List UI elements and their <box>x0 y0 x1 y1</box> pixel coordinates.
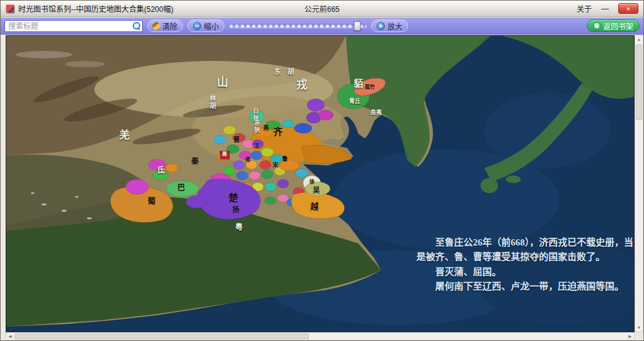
japan-shikoku <box>506 175 521 183</box>
scroll-up-icon[interactable]: ▲ <box>635 36 643 43</box>
back-arrow-icon <box>593 22 601 30</box>
horizontal-scroll-thumb[interactable] <box>14 333 309 339</box>
minimize-button[interactable]: — <box>598 6 612 12</box>
scroll-left-icon[interactable]: ◀ <box>6 333 14 340</box>
zoom-in-button[interactable]: + 放大 <box>371 19 408 32</box>
app-icon <box>6 4 14 13</box>
region-ba <box>166 180 199 197</box>
minus-circle-icon: − <box>193 22 201 30</box>
zoom-slider[interactable] <box>230 21 367 31</box>
broom-icon <box>152 21 161 30</box>
annotation-line: 晋灭蒲、屈国。 <box>416 265 634 279</box>
annotation-line: 至鲁庄公26年（前668），济西戎已不载史册，当是被齐、鲁、曹等遭受其掠夺的国家… <box>416 235 634 265</box>
window-title: 时光图书馆系列--中国历史地图大合集(5200幅) <box>18 3 174 14</box>
title-bar: 时光图书馆系列--中国历史地图大合集(5200幅) 公元前665 关于 — × <box>1 1 643 17</box>
about-button[interactable]: 关于 <box>577 3 592 14</box>
vertical-scroll-thumb[interactable] <box>636 45 642 120</box>
zoom-out-button-label: 缩小 <box>204 21 219 31</box>
zoom-in-button-label: 放大 <box>387 21 402 31</box>
map-annotation: 至鲁庄公26年（前668），济西戎已不载史册，当是被齐、鲁、曹等遭受其掠夺的国家… <box>416 235 634 294</box>
scroll-right-icon[interactable]: ▶ <box>626 333 634 340</box>
map-viewport[interactable]: 东胡山戎貊孤竹林胡白狄赤狄青丘良夷羌氐燕齐鲁晋卫郑宋徐周秦蜀巴楚扬粤越吴 至鲁庄… <box>6 35 635 332</box>
japan-kyushu <box>480 178 498 193</box>
clear-button[interactable]: 清除 <box>147 19 183 32</box>
period-title: 公元前665 <box>304 3 340 14</box>
horizontal-scrollbar[interactable]: ◀ ▶ <box>6 332 635 340</box>
scroll-down-icon[interactable]: ▼ <box>635 324 643 332</box>
zoom-slider-thumb[interactable] <box>353 21 360 31</box>
zoom-slider-track[interactable] <box>230 24 367 28</box>
back-to-shelf-button[interactable]: 返回书架 <box>587 19 640 32</box>
clear-button-label: 清除 <box>162 21 177 31</box>
search-box <box>4 20 143 32</box>
plus-circle-icon: + <box>377 22 385 30</box>
search-input[interactable] <box>4 20 143 32</box>
search-icon[interactable] <box>133 22 140 30</box>
region-wu <box>305 181 330 195</box>
app-window: 时光图书馆系列--中国历史地图大合集(5200幅) 公元前665 关于 — × … <box>0 0 644 341</box>
back-to-shelf-label: 返回书架 <box>603 21 633 31</box>
region-zhou <box>220 151 230 159</box>
zoom-out-button[interactable]: − 缩小 <box>187 19 225 32</box>
annotation-line: 屠何南下至辽西、卢龙一带，压迫燕国等国。 <box>416 279 634 294</box>
vertical-scrollbar[interactable]: ▲ ▼ <box>635 35 643 332</box>
close-button[interactable]: × <box>618 3 638 14</box>
toolbar: 清除 − 缩小 + 放大 返回书架 <box>1 18 643 35</box>
